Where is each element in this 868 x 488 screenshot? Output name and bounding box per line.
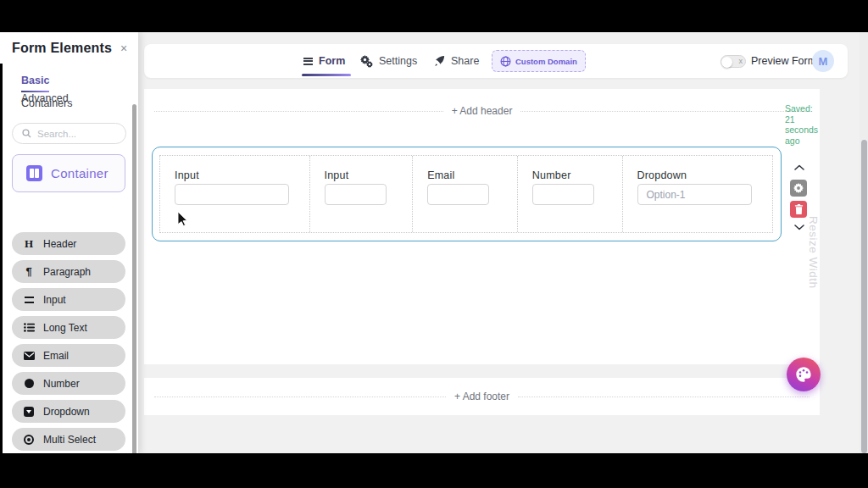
search-icon xyxy=(20,129,32,138)
container-delete-button[interactable] xyxy=(790,201,807,218)
tab-settings-label: Settings xyxy=(379,55,417,67)
element-label: Container xyxy=(51,166,108,180)
element-number[interactable]: Number xyxy=(12,372,125,395)
panel-title: Form Elements xyxy=(12,41,112,56)
container-icon xyxy=(26,165,42,181)
element-label: Header xyxy=(43,238,76,250)
tab-share[interactable]: Share xyxy=(433,44,479,78)
form-topbar: Form Settings Share Custom Domain x P xyxy=(144,44,848,78)
element-label: Email xyxy=(43,350,69,362)
add-header-button[interactable]: + Add header xyxy=(144,105,820,117)
move-up-button[interactable] xyxy=(793,164,805,172)
header-icon: H xyxy=(23,237,35,251)
letterbox-left-edge xyxy=(0,64,3,454)
dropdown-field[interactable]: Option-1 xyxy=(637,184,752,205)
number-field[interactable] xyxy=(532,184,594,205)
element-label: Paragraph xyxy=(43,266,91,278)
gear-icon xyxy=(793,183,804,193)
form-lines-icon xyxy=(303,58,313,65)
email-icon xyxy=(23,352,35,360)
input-field[interactable] xyxy=(325,184,387,205)
letterbox-top xyxy=(0,0,868,32)
element-long-text[interactable]: Long Text xyxy=(12,316,125,339)
active-tab-underline xyxy=(302,74,351,76)
theme-palette-button[interactable] xyxy=(787,358,821,391)
field-email[interactable]: Email xyxy=(413,156,518,232)
field-input-1[interactable]: Input xyxy=(160,156,310,232)
letterbox-bottom xyxy=(0,453,868,488)
paragraph-icon: ¶ xyxy=(23,265,35,278)
selected-container-block[interactable]: Input Input Email Number Dropdown Option… xyxy=(152,147,782,241)
form-footer-area: + Add footer xyxy=(144,378,820,415)
add-header-label: + Add header xyxy=(452,105,513,117)
container-columns: Input Input Email Number Dropdown Option… xyxy=(159,155,773,233)
element-email[interactable]: Email xyxy=(12,344,125,367)
custom-domain-label: Custom Domain xyxy=(515,57,577,66)
field-label: Input xyxy=(175,169,309,181)
page-scrollbar-thumb[interactable] xyxy=(861,140,867,453)
tab-form[interactable]: Form xyxy=(303,44,345,78)
field-label: Input xyxy=(325,169,413,181)
add-footer-button[interactable]: + Add footer xyxy=(144,391,820,402)
dropdown-icon xyxy=(23,407,35,417)
dotted-divider xyxy=(518,396,810,397)
dropdown-selected-option: Option-1 xyxy=(647,189,686,201)
email-field[interactable] xyxy=(427,184,489,205)
container-settings-button[interactable] xyxy=(790,180,807,197)
search-box[interactable] xyxy=(12,123,126,144)
tab-basic[interactable]: Basic xyxy=(21,75,49,92)
sidebar-scrollbar[interactable] xyxy=(132,104,136,481)
settings-gears-icon xyxy=(360,55,373,68)
toggle-off-glyph: x xyxy=(739,57,743,65)
field-dropdown[interactable]: Dropdown Option-1 xyxy=(623,156,773,232)
close-icon[interactable]: × xyxy=(120,42,127,55)
app-stage: Form Elements × Basic Advanced Container… xyxy=(0,0,868,488)
tab-form-label: Form xyxy=(319,55,345,67)
form-elements-panel: Form Elements × Basic Advanced Container… xyxy=(0,32,138,454)
saved-status: Saved: 21 seconds ago xyxy=(785,103,824,146)
palette-icon xyxy=(794,365,813,384)
element-paragraph[interactable]: ¶ Paragraph xyxy=(12,260,125,283)
tab-share-label: Share xyxy=(451,55,479,67)
element-label: Number xyxy=(43,378,80,390)
element-label: Dropdown xyxy=(43,406,90,418)
element-header[interactable]: H Header xyxy=(12,232,125,255)
tab-containers[interactable]: Containers xyxy=(21,97,72,109)
element-input[interactable]: Input xyxy=(12,288,125,311)
multi-select-icon xyxy=(23,435,35,445)
input-icon xyxy=(23,297,35,303)
element-label: Long Text xyxy=(43,322,87,334)
number-icon xyxy=(23,379,35,388)
field-label: Number xyxy=(532,169,622,181)
long-text-icon xyxy=(23,323,35,332)
element-dropdown[interactable]: Dropdown xyxy=(12,400,125,423)
dotted-divider xyxy=(154,396,446,397)
preview-form-toggle[interactable]: x xyxy=(721,55,746,68)
avatar[interactable]: M xyxy=(812,50,834,72)
element-multi-select[interactable]: Multi Select xyxy=(12,428,125,451)
dotted-divider xyxy=(520,111,810,112)
custom-domain-button[interactable]: Custom Domain xyxy=(492,50,586,72)
preview-form-label: Preview Form xyxy=(751,55,816,67)
resize-width-handle[interactable]: Resize Width xyxy=(807,216,820,318)
field-number[interactable]: Number xyxy=(518,156,623,232)
globe-icon xyxy=(500,56,511,67)
field-label: Dropdown xyxy=(637,169,773,181)
toggle-knob xyxy=(721,57,732,68)
element-label: Input xyxy=(43,294,66,306)
field-label: Email xyxy=(427,169,517,181)
search-input[interactable] xyxy=(37,129,118,139)
element-label: Multi Select xyxy=(43,434,96,446)
move-down-button[interactable] xyxy=(793,223,805,231)
trash-icon xyxy=(794,204,804,214)
element-container[interactable]: Container xyxy=(12,154,125,192)
share-rocket-icon xyxy=(433,55,445,67)
input-field[interactable] xyxy=(175,184,289,205)
add-footer-label: + Add footer xyxy=(454,391,509,402)
tab-settings[interactable]: Settings xyxy=(360,44,417,78)
field-input-2[interactable]: Input xyxy=(310,156,414,232)
dotted-divider xyxy=(154,111,443,112)
